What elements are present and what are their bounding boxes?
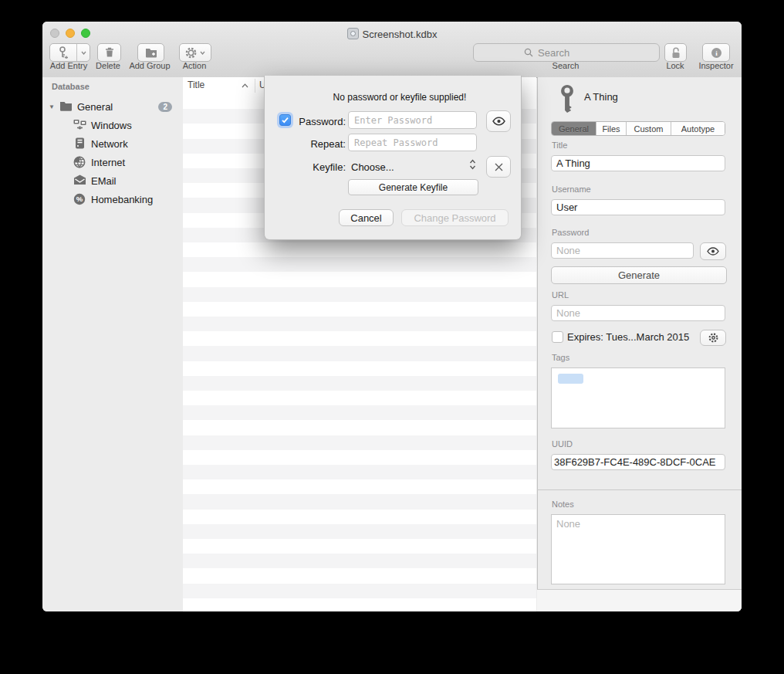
inspector-label: Inspector (694, 61, 738, 70)
key-plus-icon (50, 44, 76, 61)
username-field-label: Username (552, 185, 591, 194)
sidebar-item-label: Network (91, 138, 128, 150)
inspector-tabs: General Files Custom Autotype (551, 121, 725, 136)
sidebar-item-windows[interactable]: Windows (42, 116, 183, 134)
close-x-icon (494, 162, 504, 172)
app-window: Screenshot.kdbx Add Entry Delete Add Gro… (42, 22, 742, 611)
percent-icon: % (73, 193, 86, 205)
add-entry-button[interactable] (49, 43, 90, 62)
folder-plus-icon (145, 48, 157, 58)
sheet-message: No password or keyfile supplied! (288, 92, 512, 103)
svg-text:%: % (76, 195, 83, 203)
sidebar-section-header: Database (52, 82, 90, 91)
uuid-field[interactable] (551, 454, 725, 470)
notes-label: Notes (552, 500, 574, 509)
trash-icon (105, 47, 114, 58)
column-divider[interactable] (255, 79, 255, 93)
clear-keyfile-button[interactable] (486, 156, 511, 178)
notes-field[interactable] (551, 514, 725, 584)
entry-title: A Thing (584, 91, 618, 103)
uuid-label: UUID (552, 439, 573, 449)
generate-keyfile-button[interactable]: Generate Keyfile (348, 179, 478, 195)
add-entry-dropdown[interactable] (76, 44, 90, 61)
title-field[interactable] (551, 155, 725, 171)
sheet-keyfile-label: Keyfile: (280, 161, 346, 173)
sidebar-item-label: Windows (91, 120, 132, 131)
sidebar-item-label: Homebanking (91, 194, 153, 205)
show-password-button[interactable] (700, 242, 726, 260)
gear-icon (185, 47, 197, 59)
expires-label: Expires: Tues...March 2015 (567, 331, 689, 343)
folder-icon (59, 100, 73, 113)
sidebar-item-homebanking[interactable]: % Homebanking (42, 190, 183, 208)
sidebar-item-label: Internet (91, 157, 125, 168)
eye-icon (492, 117, 505, 126)
popup-stepper-icon[interactable] (469, 158, 476, 171)
search-field[interactable] (473, 43, 660, 62)
sidebar-item-general[interactable]: ▼ General 2 (42, 97, 183, 116)
chevron-down-icon (200, 51, 205, 55)
tab-custom[interactable]: Custom (627, 122, 671, 135)
sidebar-item-label: General (77, 101, 113, 113)
change-password-button[interactable]: Change Password (401, 209, 509, 226)
sidebar-item-network[interactable]: Network (42, 134, 183, 153)
add-group-label: Add Group (124, 61, 175, 70)
tag-chip[interactable] (558, 374, 583, 384)
generate-password-button[interactable]: Generate (551, 266, 727, 284)
sort-ascending-icon (242, 83, 248, 88)
sheet-repeat-label: Repeat: (280, 138, 346, 150)
url-field[interactable] (551, 305, 725, 321)
envelope-icon (73, 174, 86, 187)
lock-label: Lock (654, 61, 697, 70)
inspector-divider (537, 489, 742, 490)
expires-settings-button[interactable] (700, 330, 726, 346)
eye-icon (707, 247, 719, 256)
search-input[interactable] (536, 46, 609, 59)
sheet-password-input[interactable] (348, 111, 477, 129)
title-field-label: Title (552, 141, 567, 150)
cancel-button[interactable]: Cancel (339, 209, 394, 226)
disclosure-triangle-icon[interactable]: ▼ (49, 103, 56, 110)
search-label: Search (473, 61, 658, 70)
action-label: Action (177, 61, 212, 70)
change-password-sheet: No password or keyfile supplied! Passwor… (264, 76, 522, 240)
globe-icon (73, 156, 86, 168)
search-icon (524, 48, 533, 57)
tab-files[interactable]: Files (596, 122, 627, 135)
sheet-show-password-button[interactable] (486, 110, 511, 132)
tab-autotype[interactable]: Autotype (671, 122, 725, 135)
sheet-repeat-input[interactable] (348, 134, 477, 151)
key-icon (558, 85, 576, 113)
action-button[interactable] (179, 43, 211, 62)
url-field-label: URL (552, 290, 569, 300)
windows-group-icon (73, 119, 86, 131)
sheet-password-label: Password: (280, 116, 346, 127)
gear-icon (708, 333, 718, 343)
sidebar-item-email[interactable]: EMail (42, 171, 183, 190)
username-field[interactable] (551, 199, 725, 215)
server-icon (73, 137, 86, 150)
titlebar-toolbar: Screenshot.kdbx Add Entry Delete Add Gro… (42, 22, 742, 78)
window-title: Screenshot.kdbx (42, 28, 742, 40)
delete-button[interactable] (97, 43, 121, 62)
inspector-button[interactable]: i (702, 43, 730, 62)
expires-checkbox[interactable] (552, 331, 563, 343)
entry-count-badge: 2 (158, 102, 172, 112)
document-icon (347, 28, 359, 39)
password-field-label: Password (552, 228, 589, 237)
password-field[interactable] (551, 242, 694, 259)
sidebar-item-internet[interactable]: Internet (42, 153, 183, 171)
tags-box[interactable] (551, 367, 725, 428)
unlocked-padlock-icon (671, 47, 681, 59)
tags-label: Tags (552, 353, 569, 362)
lock-button[interactable] (664, 43, 687, 62)
info-icon: i (711, 47, 722, 59)
tab-general[interactable]: General (552, 122, 596, 135)
sidebar-item-label: EMail (91, 175, 117, 187)
inspector-footer (537, 589, 742, 611)
chevron-down-icon (81, 51, 86, 55)
keyfile-popup[interactable]: Choose... (351, 161, 394, 173)
add-group-button[interactable] (137, 43, 164, 62)
column-header-title[interactable]: Title (188, 80, 204, 90)
